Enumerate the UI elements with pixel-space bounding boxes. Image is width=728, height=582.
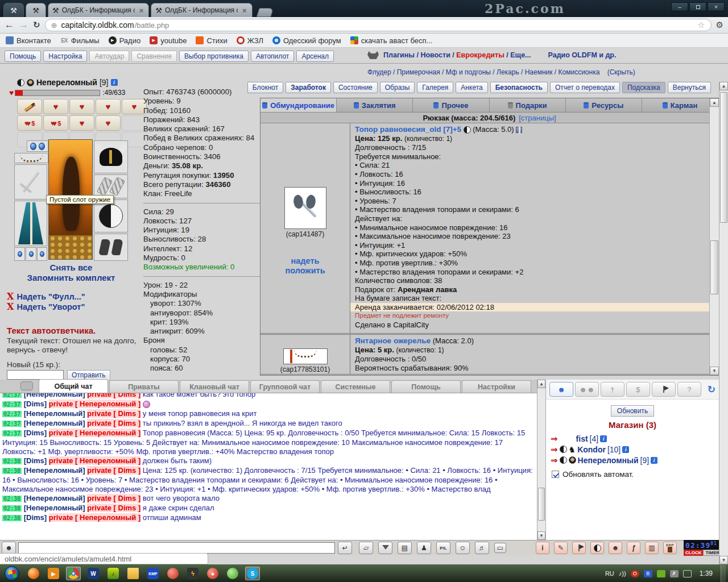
top-menu-button[interactable]: Автопилот [251, 51, 294, 62]
inventory-tab[interactable]: Прочее [413, 98, 489, 112]
restore-button[interactable] [689, 2, 706, 11]
edit-icon[interactable]: ✎ [554, 542, 568, 554]
fighter-icon[interactable]: ♟ [417, 542, 431, 554]
pl-toggle-icon[interactable]: P/L [436, 542, 450, 554]
voice-recorder-icon[interactable]: ▭ [494, 543, 506, 553]
remember-set-link[interactable]: Запомнить комплект [14, 273, 128, 282]
taskbar-firefox-icon[interactable] [26, 567, 41, 580]
flag-icon[interactable] [572, 542, 586, 554]
chat-scrollbar[interactable]: ▲ ▼ [537, 380, 545, 540]
taskbar-app-green-icon[interactable] [225, 567, 240, 580]
chat-tab[interactable]: Системные [321, 380, 390, 393]
ring-slot-1[interactable] [14, 247, 25, 261]
window-scrollbar[interactable]: ▲ ▼ [719, 82, 728, 564]
browser-tab[interactable]: ⚒ [3, 3, 24, 17]
bookmark-item[interactable]: скачать аваст бесп... [350, 36, 433, 45]
tray-clock[interactable]: 1:39 [700, 569, 713, 577]
chat-tab[interactable]: Общий чат [39, 379, 108, 393]
send-enter-icon[interactable]: ↵ [338, 542, 352, 554]
network-icon[interactable] [683, 570, 692, 577]
auto-refresh-checkbox[interactable] [552, 471, 559, 478]
user-name-link[interactable]: Kondor [577, 445, 606, 454]
potion-slot-quill[interactable] [17, 99, 42, 114]
inventory-tab[interactable]: Заклятия [337, 98, 413, 112]
shield-slot[interactable] [94, 199, 128, 232]
inventory-tab[interactable]: Карман [642, 98, 718, 112]
action-button[interactable]: Анкета [456, 82, 487, 93]
bookmark-item[interactable]: Вконтакте [6, 36, 51, 45]
autoresponder-input[interactable] [7, 370, 64, 380]
tab-close-icon[interactable]: × [138, 6, 145, 15]
smiley-picker-icon[interactable]: ☺ [456, 542, 470, 554]
item-name-link[interactable]: Янтарное ожерелье [355, 336, 431, 345]
service-link[interactable]: Мф и подгоны [446, 68, 491, 76]
refresh-icon[interactable]: ↻ [708, 384, 715, 396]
delete-x-icon[interactable]: Х [7, 291, 14, 302]
potion-slot-heart[interactable]: ♥ [96, 115, 121, 131]
user-name-link[interactable]: fist [576, 434, 588, 443]
show-desktop-button[interactable] [721, 565, 726, 582]
speak-head-icon[interactable]: ☻ [2, 542, 16, 554]
potion-slot-heart[interactable]: ♥ [96, 99, 121, 114]
taskbar-skype-icon[interactable]: S [245, 567, 260, 580]
inventory-tab[interactable]: Обмундирование [260, 98, 337, 112]
forward-icon[interactable]: → [19, 19, 28, 31]
bookmark-item[interactable]: ЖЗЛ [237, 36, 263, 45]
helmet-slot[interactable] [94, 140, 128, 173]
potion-slot-heart[interactable]: ♥ [69, 115, 94, 131]
chat-sender[interactable]: [Непереломный] [24, 504, 85, 512]
pages-link[interactable]: [страницы] [519, 114, 556, 122]
hide-link[interactable]: (Скрыть) [607, 68, 635, 76]
taskbar-mp3cut-icon[interactable]: ♪ [106, 567, 121, 580]
chat-sender[interactable]: [Непереломный] [24, 409, 85, 418]
scroll-down-icon[interactable]: ▼ [710, 367, 719, 375]
radio-link[interactable]: Радио OLDFM и др. [548, 51, 617, 59]
unequip-all-link[interactable]: Снять все [14, 263, 128, 272]
potion-slot-hearts-dollar[interactable]: ♥♥$ [17, 115, 42, 131]
inventory-tab[interactable]: Подарки [490, 98, 566, 112]
weapon-slot-empty[interactable] [14, 164, 47, 199]
earrings-slot[interactable] [27, 140, 48, 152]
inventory-tab[interactable]: Ресурсы [566, 98, 642, 112]
tab-close-icon[interactable]: × [241, 6, 248, 15]
taskbar-media-icon[interactable]: ▶ [46, 567, 61, 580]
store-arrow-icon[interactable]: ⇒ [551, 455, 558, 465]
scrollbar-thumb[interactable] [710, 240, 718, 294]
boots-slot[interactable] [94, 234, 128, 261]
item-action-link[interactable]: надеть [285, 256, 325, 266]
action-button[interactable]: Безопасность [490, 82, 548, 93]
exit-icon[interactable]: EXIT [663, 542, 677, 554]
volume-icon[interactable]: ♪)) [619, 570, 626, 577]
scrollbar-thumb[interactable] [538, 488, 545, 521]
item-name-link[interactable]: Топор равновесия_old [7]+5 [355, 125, 461, 134]
chat-tab[interactable]: Групповой чат [250, 380, 320, 393]
ring-slot-3[interactable] [37, 247, 47, 261]
bookmark-item[interactable]: Стихи [196, 36, 227, 45]
tab-help[interactable]: ? [677, 382, 701, 397]
action-button[interactable]: Подсказка [622, 82, 665, 93]
log-book-icon[interactable]: ▥ [645, 542, 659, 554]
plugin-link[interactable]: Еще... [510, 51, 531, 59]
service-link[interactable]: Примерочная [397, 68, 440, 76]
tab-chat-users[interactable]: ☻ [549, 382, 573, 397]
scroll-down-icon[interactable]: ▼ [719, 556, 728, 564]
legs-armor-slot[interactable] [14, 201, 47, 246]
browser-tab[interactable]: ⚒ [26, 3, 46, 17]
top-menu-button[interactable]: Выбор противника [179, 51, 249, 62]
tab-money[interactable]: $ [626, 382, 650, 397]
taskbar-app-red-icon[interactable]: ● [205, 567, 220, 580]
service-link[interactable]: Флудер [367, 68, 391, 76]
taskbar-explorer-icon[interactable] [126, 567, 140, 580]
chat-tab[interactable]: Помощь [391, 380, 461, 393]
wrench-menu-icon[interactable]: ⚙ [716, 20, 723, 30]
user-name-link[interactable]: Непереломный [578, 456, 639, 465]
tray-opera-icon[interactable]: O [631, 570, 639, 577]
info-icon[interactable]: i [600, 435, 607, 442]
service-link[interactable]: Наемник [525, 68, 553, 76]
chat-bubble-icon[interactable] [20, 381, 33, 390]
back-icon[interactable]: ← [5, 19, 14, 31]
taskbar-word-icon[interactable]: W [86, 567, 101, 580]
store-arrow-icon[interactable]: ⇒ [551, 434, 558, 444]
filter-funnel-icon[interactable] [378, 542, 392, 554]
outfit-full-link[interactable]: ХНадеть "Фулл..." [7, 291, 85, 302]
